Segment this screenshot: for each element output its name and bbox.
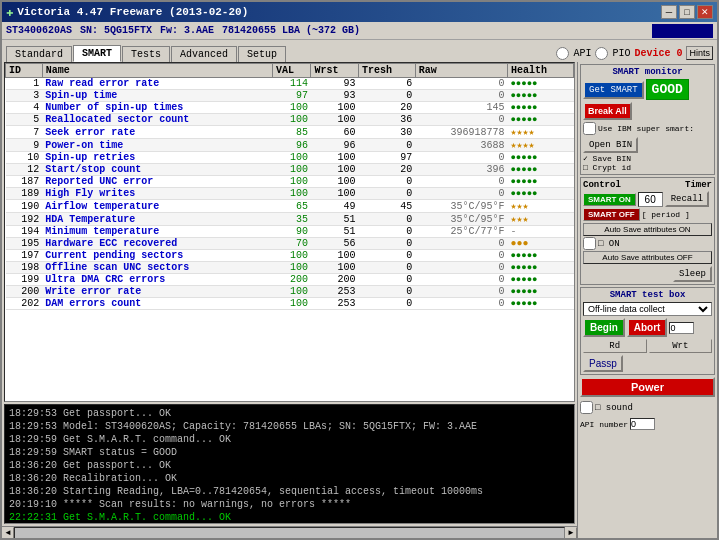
cell-wrst: 56 (311, 238, 359, 250)
bottom-scrollbar[interactable]: ◄ ► (2, 526, 577, 538)
cell-val: 100 (273, 176, 311, 188)
cell-val: 70 (273, 238, 311, 250)
cell-health: ●●●●● (507, 274, 573, 286)
cell-name: Reallocated sector count (42, 114, 272, 126)
autosave-off-button[interactable]: Auto Save attributes OFF (583, 251, 712, 264)
cell-wrst: 51 (311, 213, 359, 226)
log-line: 20:19:10 ***** Scan results: no warnings… (9, 498, 570, 511)
smart-on-button[interactable]: SMART ON (583, 193, 636, 206)
cell-wrst: 100 (311, 176, 359, 188)
cell-health: ●●●●● (507, 102, 573, 114)
cell-id: 4 (6, 102, 43, 114)
cell-raw: 35°C/95°F (415, 213, 507, 226)
cell-wrst: 60 (311, 126, 359, 139)
begin-button[interactable]: Begin (583, 318, 625, 337)
sound-checkbox[interactable] (580, 401, 593, 414)
cell-thresh: 0 (359, 262, 416, 274)
cell-health: ●●●●● (507, 262, 573, 274)
cell-wrst: 93 (311, 90, 359, 102)
cell-id: 192 (6, 213, 43, 226)
open-bin-button[interactable]: Open BIN (583, 137, 638, 153)
cell-val: 96 (273, 139, 311, 152)
log-line: 18:29:59 Get S.M.A.R.T. command... OK (9, 433, 570, 446)
tab-standard[interactable]: Standard (6, 46, 72, 62)
cell-raw: 0 (415, 176, 507, 188)
tab-setup[interactable]: Setup (238, 46, 286, 62)
power-button[interactable]: Power (580, 377, 715, 397)
scroll-track[interactable] (14, 527, 565, 539)
cell-thresh: 0 (359, 139, 416, 152)
col-wrst: Wrst (311, 64, 359, 78)
break-all-button[interactable]: Break All (583, 102, 632, 120)
scroll-right-btn[interactable]: ► (565, 527, 577, 539)
cell-wrst: 100 (311, 102, 359, 114)
cell-raw: 0 (415, 238, 507, 250)
on-label: □ ON (598, 239, 620, 249)
cell-name: Current pending sectors (42, 250, 272, 262)
cell-health: ★★★ (507, 213, 573, 226)
table-row: 200 Write error rate 100 253 0 0 ●●●●● (6, 286, 574, 298)
hints-button[interactable]: Hints (686, 46, 713, 60)
table-row: 195 Hardware ECC recovered 70 56 0 0 ●●● (6, 238, 574, 250)
passp-button[interactable]: Passp (583, 355, 623, 372)
tab-smart[interactable]: SMART (73, 45, 121, 62)
cell-thresh: 0 (359, 188, 416, 200)
cell-raw: 0 (415, 152, 507, 164)
cell-name: HDA Temperature (42, 213, 272, 226)
scroll-left-btn[interactable]: ◄ (2, 527, 14, 539)
cell-raw: 0 (415, 188, 507, 200)
rd-label: Rd (583, 339, 647, 353)
tab-tests[interactable]: Tests (122, 46, 170, 62)
cell-thresh: 45 (359, 200, 416, 213)
get-smart-button[interactable]: Get SMART (583, 81, 644, 99)
close-button[interactable]: ✕ (697, 5, 713, 19)
cell-thresh: 20 (359, 164, 416, 176)
cell-raw: 0 (415, 114, 507, 126)
cell-thresh: 0 (359, 298, 416, 310)
cell-thresh: 0 (359, 274, 416, 286)
cell-raw: 0 (415, 262, 507, 274)
cell-wrst: 253 (311, 298, 359, 310)
main-content: ID Name VAL Wrst Tresh Raw Health 1 Raw … (2, 62, 717, 538)
abort-number-input[interactable] (669, 322, 694, 334)
cell-health: ●●●●● (507, 176, 573, 188)
table-row: 4 Number of spin-up times 100 100 20 145… (6, 102, 574, 114)
cell-health: ★★★★ (507, 139, 573, 152)
cell-health: ●●●●● (507, 298, 573, 310)
tab-bar: Standard SMART Tests Advanced Setup API … (2, 40, 717, 62)
api-number-input[interactable] (630, 418, 655, 430)
good-badge: GOOD (646, 79, 689, 100)
maximize-button[interactable]: □ (679, 5, 695, 19)
cell-thresh: 36 (359, 114, 416, 126)
abort-button[interactable]: Abort (627, 318, 668, 337)
tab-advanced[interactable]: Advanced (171, 46, 237, 62)
sleep-button[interactable]: Sleep (673, 266, 712, 282)
table-row: 10 Spin-up retries 100 100 97 0 ●●●●● (6, 152, 574, 164)
cell-thresh: 0 (359, 250, 416, 262)
cell-wrst: 253 (311, 286, 359, 298)
table-row: 1 Raw read error rate 114 93 6 0 ●●●●● (6, 78, 574, 90)
cell-val: 97 (273, 90, 311, 102)
cell-name: High Fly writes (42, 188, 272, 200)
cell-id: 200 (6, 286, 43, 298)
autosave-on-button[interactable]: Auto Save attributes ON (583, 223, 712, 236)
on-checkbox[interactable] (583, 237, 596, 250)
pio-radio[interactable] (595, 47, 608, 60)
cell-id: 195 (6, 238, 43, 250)
smart-table-container: ID Name VAL Wrst Tresh Raw Health 1 Raw … (4, 62, 575, 402)
cell-name: Write error rate (42, 286, 272, 298)
timer-input[interactable]: 60 (638, 192, 663, 207)
device-label: Device 0 (634, 48, 682, 59)
save-bin-label: ✓ Save BIN (583, 154, 631, 163)
smart-off-button[interactable]: SMART OFF (583, 208, 640, 221)
api-radio[interactable] (556, 47, 569, 60)
ibm-checkbox[interactable] (583, 122, 596, 135)
cell-raw: 0 (415, 90, 507, 102)
cell-val: 90 (273, 226, 311, 238)
cell-val: 100 (273, 164, 311, 176)
test-select[interactable]: Off-line data collect (583, 302, 712, 316)
cell-val: 100 (273, 188, 311, 200)
minimize-button[interactable]: ─ (661, 5, 677, 19)
col-id: ID (6, 64, 43, 78)
recall-button[interactable]: Recall (665, 191, 709, 207)
